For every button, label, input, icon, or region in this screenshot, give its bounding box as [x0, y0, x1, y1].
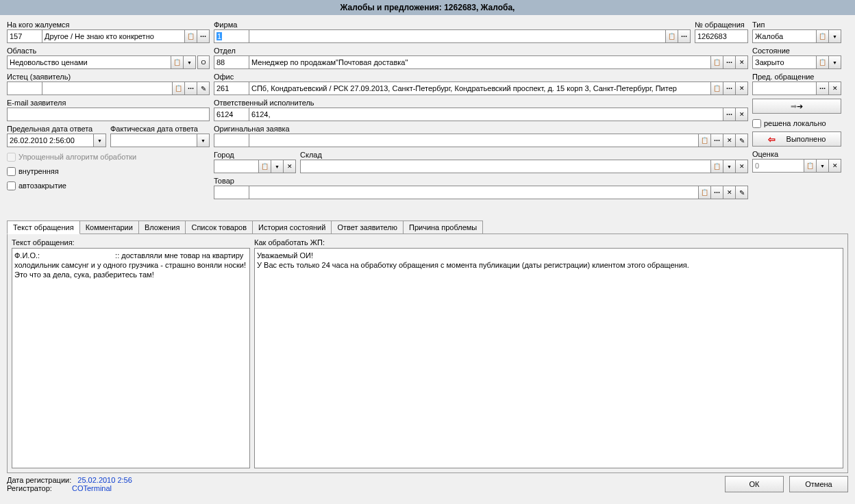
ok-button[interactable]: ОК — [725, 476, 784, 492]
dropdown-icon[interactable] — [723, 160, 736, 173]
orig-text[interactable] — [249, 134, 699, 147]
office-code[interactable]: 261 — [214, 81, 249, 95]
email-input[interactable] — [7, 108, 210, 121]
complainee-label: На кого жалуемся — [7, 21, 210, 29]
lookup-icon[interactable] — [185, 29, 197, 43]
dept-text[interactable]: Менеджер по продажам"Почтовая доставка" — [249, 55, 711, 69]
tabs-area: Текст обращения Комментарии Вложения Спи… — [7, 220, 848, 473]
firm-text[interactable] — [249, 29, 666, 43]
lookup-icon[interactable] — [817, 29, 829, 43]
prev-label: Пред. обращение — [752, 73, 841, 81]
dots-button[interactable] — [711, 186, 723, 199]
dots-button[interactable] — [817, 81, 829, 95]
tab-text[interactable]: Текст обращения — [7, 220, 80, 234]
actual-input[interactable] — [110, 134, 197, 147]
type-input[interactable]: Жалоба — [752, 29, 817, 43]
arrow-button[interactable]: ➔ — [752, 99, 841, 114]
product-code[interactable] — [214, 186, 249, 199]
dropdown-icon[interactable] — [829, 55, 841, 69]
dots-button[interactable] — [711, 134, 723, 147]
local-checkbox-row[interactable]: решена локально — [752, 117, 841, 129]
tab-products[interactable]: Список товаров — [185, 220, 253, 234]
resp-text[interactable]: 6124, — [249, 108, 723, 121]
clear-icon[interactable] — [723, 134, 736, 147]
tab-reply[interactable]: Ответ заявителю — [331, 220, 404, 234]
o-button[interactable] — [197, 55, 210, 69]
clear-icon[interactable] — [829, 159, 841, 173]
firm-code[interactable]: 1 — [214, 29, 249, 43]
state-input[interactable]: Закрыто — [752, 55, 817, 69]
dots-button[interactable] — [197, 29, 210, 43]
warehouse-label: Склад — [300, 151, 748, 159]
lookup-icon[interactable] — [171, 55, 184, 69]
tab-history[interactable]: История состояний — [252, 220, 332, 234]
region-label: Область — [7, 47, 210, 55]
tab-reason[interactable]: Причина проблемы — [403, 220, 483, 234]
region-input[interactable]: Недовольство ценами — [7, 55, 171, 69]
orig-label: Оригинальная заявка — [214, 125, 748, 133]
local-checkbox[interactable] — [752, 119, 761, 128]
state-label: Состояние — [752, 47, 841, 55]
rating-input[interactable]: 0 — [752, 159, 804, 173]
complainee-code[interactable]: 157 — [7, 29, 42, 43]
lookup-icon[interactable] — [173, 81, 185, 95]
orig-code[interactable] — [214, 134, 249, 147]
tab-attachments[interactable]: Вложения — [138, 220, 186, 234]
dots-button[interactable] — [185, 81, 197, 95]
dropdown-icon[interactable] — [197, 134, 210, 147]
clear-icon[interactable] — [736, 81, 748, 95]
lookup-icon[interactable] — [711, 160, 723, 173]
request-num[interactable]: 1262683 — [695, 29, 748, 43]
reg-date: 25.02.2010 2:56 — [77, 476, 132, 484]
registrar-label: Регистратор: — [7, 484, 52, 492]
clear-icon[interactable] — [829, 81, 841, 95]
cancel-button[interactable]: Отмена — [789, 476, 848, 492]
complainee-text[interactable]: Другое / Не знаю кто конкретно — [42, 29, 185, 43]
office-text[interactable]: СПб, Кондратьевский / РСК 27.09.2013, Са… — [249, 81, 711, 95]
city-input[interactable] — [214, 160, 259, 173]
internal-checkbox-row[interactable]: внутренняя — [7, 165, 210, 177]
clear-icon[interactable] — [284, 160, 296, 173]
edit-icon[interactable] — [736, 134, 748, 147]
autoclose-checkbox-row[interactable]: автозакрытие — [7, 179, 210, 192]
edit-icon[interactable] — [736, 186, 748, 199]
tab-comments[interactable]: Комментарии — [79, 220, 139, 234]
local-label: решена локально — [764, 119, 826, 127]
dots-button[interactable] — [723, 108, 736, 121]
complaint-text[interactable]: Ф.И.О.: :: доставляли мне товар на кварт… — [12, 248, 250, 468]
done-button[interactable]: ⇦ Выполнено — [752, 131, 841, 147]
internal-checkbox[interactable] — [7, 167, 16, 176]
lookup-icon[interactable] — [699, 134, 711, 147]
clear-icon[interactable] — [723, 186, 736, 199]
warehouse-input[interactable] — [300, 160, 711, 173]
claimant-name[interactable] — [42, 81, 173, 95]
dropdown-icon[interactable] — [94, 134, 106, 147]
clear-icon[interactable] — [736, 55, 748, 69]
claimant-code[interactable] — [7, 81, 42, 95]
edit-icon[interactable] — [197, 81, 210, 95]
clear-icon[interactable] — [736, 108, 748, 121]
dropdown-icon[interactable] — [817, 159, 829, 173]
deadline-input[interactable]: 26.02.2010 2:56:00 — [7, 134, 94, 147]
lookup-icon[interactable] — [804, 159, 817, 173]
clear-icon[interactable] — [736, 160, 748, 173]
dept-code[interactable]: 88 — [214, 55, 249, 69]
dots-button[interactable] — [723, 55, 736, 69]
dots-button[interactable] — [678, 29, 691, 43]
lookup-icon[interactable] — [711, 55, 723, 69]
dots-button[interactable] — [723, 81, 736, 95]
resp-code[interactable]: 6124 — [214, 108, 249, 121]
lookup-icon[interactable] — [666, 29, 678, 43]
lookup-icon[interactable] — [699, 186, 711, 199]
dropdown-icon[interactable] — [184, 55, 196, 69]
autoclose-checkbox[interactable] — [7, 181, 16, 190]
lookup-icon[interactable] — [259, 160, 271, 173]
dropdown-icon[interactable] — [829, 29, 841, 43]
howto-text[interactable]: Уважаемый ОИ! У Вас есть только 24 часа … — [254, 248, 843, 468]
lookup-icon[interactable] — [711, 81, 723, 95]
product-text[interactable] — [249, 186, 699, 199]
rating-label: Оценка — [752, 150, 841, 158]
prev-input[interactable] — [752, 81, 817, 95]
lookup-icon[interactable] — [817, 55, 829, 69]
dropdown-icon[interactable] — [271, 160, 284, 173]
